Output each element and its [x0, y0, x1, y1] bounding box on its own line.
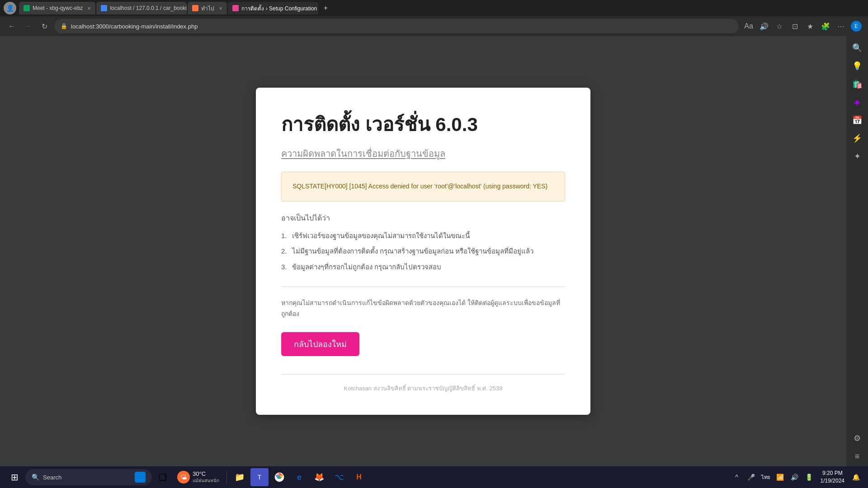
browser-right-icons: Aa 🔊 ☆ ⊡ ★ 🧩 ⋯ E — [742, 20, 863, 33]
taskbar-search-bar[interactable]: 🔍 Search — [25, 469, 152, 485]
sidebar-settings-icon[interactable]: ⚙ — [849, 430, 865, 446]
clock-time: 9:20 PM — [822, 469, 843, 477]
tab-thai-favicon — [192, 5, 198, 11]
taskbar-sep-1 — [226, 471, 227, 483]
read-aloud-icon[interactable]: 🔊 — [758, 20, 770, 33]
more-icon[interactable]: ⋯ — [835, 20, 847, 33]
sidebar-right: 🔍 💡 🛍️ ◈ 📅 ⚡ ✦ ＋ — [846, 36, 868, 466]
language-indicator: ไทย — [761, 473, 770, 481]
taskbar-teams[interactable]: T — [250, 468, 269, 486]
start-button[interactable]: ⊞ — [5, 468, 24, 486]
tray-clock[interactable]: 9:20 PM 1/19/2024 — [817, 468, 848, 486]
collections-icon[interactable]: ★ — [804, 20, 816, 33]
tab-setup-favicon — [232, 5, 239, 11]
tab-meet-close[interactable]: ✕ — [87, 6, 91, 11]
new-tab-button[interactable]: + — [319, 2, 332, 14]
reasons-label: อาจเป็นไปได้ว่า — [281, 212, 565, 224]
favorites-icon[interactable]: ☆ — [773, 20, 786, 33]
reason-3: ข้อมูลต่างๆที่กรอกไม่ถูกต้อง กรุณากลับไป… — [281, 262, 565, 272]
tray-wifi[interactable]: 📶 — [774, 470, 787, 484]
clock-date: 1/19/2024 — [821, 477, 844, 485]
split-view-icon[interactable]: ⊡ — [788, 20, 801, 33]
error-box: SQLSTATE[HY000] [1045] Access denied for… — [281, 172, 565, 202]
sidebar-games-icon[interactable]: ◈ — [849, 94, 865, 110]
reason-2: ไม่มีฐานข้อมูลที่ต้องการติดตั้ง กรุณาสร้… — [281, 246, 565, 257]
taskbar-taskview[interactable]: ❑ — [154, 468, 172, 486]
tray-mic[interactable]: 🎤 — [745, 470, 758, 484]
lock-icon: 🔒 — [61, 23, 67, 29]
error-message: SQLSTATE[HY000] [1045] Access denied for… — [292, 183, 547, 190]
taskbar-search-icon: 🔍 — [32, 474, 39, 481]
tab-thai[interactable]: ทำไป ✕ — [188, 2, 227, 14]
tray-chevron[interactable]: ^ — [730, 470, 744, 484]
taskbar-edge[interactable]: e — [290, 468, 308, 486]
weather-desc: แม้ฝนสนหนัก — [193, 477, 219, 484]
taskbar-search-text: Search — [43, 474, 61, 481]
reasons-list: เซิร์ฟเวอร์ของฐานข้อมูลของคุณไม่สามารถใช… — [281, 231, 565, 287]
page-title: การติดตั้ง เวอร์ชั่น 6.0.3 — [281, 109, 565, 139]
sidebar-copilot-icon[interactable]: ✦ — [849, 148, 865, 164]
tab-meet-label: Meet - xbg-qywc-ebz — [33, 5, 83, 11]
weather-temp: 30°C — [193, 470, 219, 477]
browser-chrome: 👤 Meet - xbg-qywc-ebz ✕ localhost / 127.… — [0, 0, 868, 36]
tab-meet-favicon — [24, 5, 30, 11]
back-button[interactable]: ← — [5, 20, 18, 33]
sidebar-outlook-icon[interactable]: 📅 — [849, 112, 865, 128]
taskbar-files[interactable]: 📁 — [231, 468, 249, 486]
tab-car[interactable]: localhost / 127.0.0.1 / car_booki... ✕ — [96, 2, 187, 14]
sidebar-bottom: ⚙ ≡ — [846, 428, 868, 466]
immersive-reader-icon[interactable]: Aa — [742, 20, 755, 33]
tab-bar: 👤 Meet - xbg-qywc-ebz ✕ localhost / 127.… — [0, 0, 868, 16]
tab-thai-close[interactable]: ✕ — [219, 6, 222, 11]
sidebar-office-icon[interactable]: ⚡ — [849, 130, 865, 146]
tray-battery[interactable]: 🔋 — [802, 470, 816, 484]
taskbar-explorer[interactable]: 🦊 — [310, 468, 328, 486]
sidebar-discover-icon[interactable]: 💡 — [849, 58, 865, 74]
tab-meet[interactable]: Meet - xbg-qywc-ebz ✕ — [19, 2, 95, 14]
bing-logo — [135, 472, 146, 483]
tray-volume[interactable]: 🔊 — [788, 470, 802, 484]
taskbar: ⊞ 🔍 Search ❑ 🌤 30°C แม้ฝนสนหนัก 📁 T e 🦊 … — [0, 466, 868, 488]
refresh-button[interactable]: ↻ — [38, 20, 51, 33]
taskbar-tray: ^ 🎤 ไทย 📶 🔊 🔋 9:20 PM 1/19/2024 🔔 — [730, 468, 863, 486]
profile-icon[interactable]: 👤 — [4, 2, 16, 14]
tab-car-favicon — [101, 5, 107, 11]
address-bar[interactable]: 🔒 localhost:3000/carbooking-main/install… — [54, 19, 739, 33]
tab-car-label: localhost / 127.0.0.1 / car_booki... — [110, 5, 187, 11]
retry-button[interactable]: กลับไปลองใหม่ — [281, 332, 359, 356]
forward-button[interactable]: → — [22, 20, 34, 33]
weather-icon: 🌤 — [177, 471, 190, 483]
edge-profile-icon[interactable]: E — [850, 20, 863, 33]
taskbar-vscode[interactable]: ⌥ — [330, 468, 348, 486]
tray-notification[interactable]: 🔔 — [849, 470, 863, 484]
reason-1: เซิร์ฟเวอร์ของฐานข้อมูลของคุณไม่สามารถใช… — [281, 231, 565, 241]
taskbar-heidisql[interactable]: H — [350, 468, 368, 486]
sidebar-shopping-icon[interactable]: 🛍️ — [849, 76, 865, 92]
sidebar-feedback-icon[interactable]: ≡ — [849, 448, 865, 465]
main-content: การติดตั้ง เวอร์ชั่น 6.0.3 ความผิดพลาดใน… — [0, 36, 846, 466]
install-card: การติดตั้ง เวอร์ชั่น 6.0.3 ความผิดพลาดใน… — [256, 88, 590, 415]
address-bar-row: ← → ↻ 🔒 localhost:3000/carbooking-main/i… — [0, 16, 868, 36]
sidebar-search-icon[interactable]: 🔍 — [849, 40, 865, 56]
footer-note: หากคุณไม่สามารถดำเนินการแก้ไขข้อผิดพลาดด… — [281, 298, 565, 319]
taskbar-chrome[interactable] — [270, 468, 288, 486]
taskbar-weather[interactable]: 🌤 30°C แม้ฝนสนหนัก — [174, 470, 223, 484]
page-subtitle: ความผิดพลาดในการเชื่อมต่อกับฐานข้อมูล — [281, 146, 565, 161]
tray-keyboard-lang[interactable]: ไทย — [759, 470, 773, 484]
tab-thai-label: ทำไป — [201, 4, 214, 13]
address-text: localhost:3000/carbooking-main/install/i… — [71, 23, 198, 30]
tab-setup-label: การติดตั้ง › Setup Configuration Fi... — [241, 4, 318, 13]
tab-setup[interactable]: การติดตั้ง › Setup Configuration Fi... ✕ — [228, 2, 318, 14]
copyright-text: Kotchasan สงวนลิขสิทธิ์ ตามพระราชบัญญัติ… — [281, 374, 565, 393]
extensions-icon[interactable]: 🧩 — [819, 20, 832, 33]
